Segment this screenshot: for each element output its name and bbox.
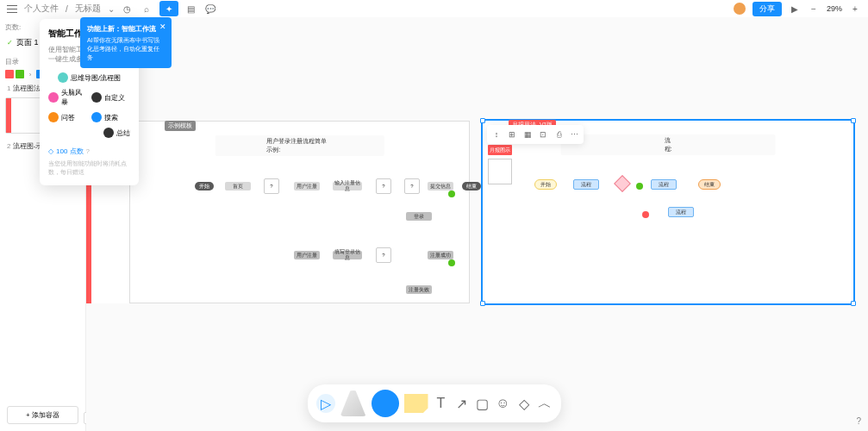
node[interactable]: 用户注册	[294, 251, 320, 259]
pen-tool[interactable]	[340, 390, 366, 416]
present-icon[interactable]: ▶	[789, 3, 801, 15]
shape-tool[interactable]: ◇	[516, 396, 532, 411]
grid-icon[interactable]: ⊞	[506, 128, 518, 141]
node-decision[interactable]: ?	[376, 247, 391, 263]
node[interactable]: 流程	[668, 207, 694, 217]
node-end[interactable]: 结束	[698, 179, 721, 190]
chip-summary[interactable]: 总结	[91, 128, 131, 138]
ai-button[interactable]: ✦	[159, 1, 178, 16]
handle[interactable]	[851, 118, 856, 123]
expand-tool[interactable]: ︿	[537, 396, 553, 411]
frame-tool[interactable]: ▢	[475, 396, 490, 411]
badge-no	[642, 211, 649, 218]
node[interactable]: 注册失败	[406, 285, 432, 294]
points[interactable]: ◇100 点数?	[48, 147, 130, 156]
node[interactable]: 登录	[406, 212, 432, 221]
share-button[interactable]: 分享	[752, 2, 782, 16]
chip-qa[interactable]: 问答	[48, 112, 88, 122]
node[interactable]: 输入注册信息	[333, 182, 362, 191]
breadcrumb-folder[interactable]: 个人文件	[24, 3, 59, 15]
node[interactable]: 用户注册	[294, 182, 320, 191]
add-container-button[interactable]: + 添加容器	[7, 406, 78, 424]
emoji-tool[interactable]: ☺	[496, 396, 511, 411]
node[interactable]: 首页	[225, 182, 251, 191]
node-decision[interactable]: ?	[376, 178, 391, 194]
shape-circle[interactable]	[372, 390, 399, 417]
chip-search[interactable]: 搜索	[91, 112, 131, 122]
feature-tip: ✕ 功能上新：智能工作流 AI帮你在无限画布中书写强化思考路径，自动化重复任务	[80, 17, 172, 68]
node-end[interactable]: 结束	[462, 182, 481, 191]
page-label: 页面 1	[16, 37, 39, 48]
page-icon[interactable]: ▤	[185, 3, 197, 15]
layout-icon[interactable]: ▦	[521, 128, 534, 141]
sub-tag: 月报图示	[488, 145, 512, 155]
zoom-in[interactable]: +	[849, 3, 861, 15]
sticky-note[interactable]	[404, 394, 428, 413]
breadcrumb-file[interactable]: 无标题	[75, 3, 101, 15]
zoom-level[interactable]: 29%	[827, 4, 842, 13]
canvas[interactable]: 示例模板 用户登录注册流程简单示例: 开始 首页 ? 用户注册 输入注册信息 ?…	[86, 17, 868, 431]
node[interactable]: 提交信息	[428, 182, 453, 191]
chip-brainstorm[interactable]: 头脑风暴	[48, 88, 88, 107]
text-tool[interactable]: T	[434, 396, 449, 411]
color-more[interactable]: ›	[26, 70, 34, 78]
node[interactable]: 流程	[651, 179, 677, 190]
close-icon[interactable]: ✕	[159, 22, 166, 31]
node-decision[interactable]: ?	[404, 178, 420, 194]
node-start[interactable]: 开始	[534, 179, 557, 190]
chip-mindmap[interactable]: 思维导图/流程图	[48, 72, 130, 83]
color-green[interactable]	[16, 70, 24, 78]
history-icon[interactable]: ◷	[122, 3, 134, 15]
menu-button[interactable]	[7, 3, 17, 14]
frame-tag: 示例模板	[165, 121, 196, 131]
bottom-dock: ▷ T ↗ ▢ ☺ ◇ ︿	[308, 384, 561, 422]
badge	[448, 191, 455, 197]
chip-custom[interactable]: 自定义	[91, 88, 131, 107]
handle[interactable]	[480, 301, 485, 306]
selection-toolbar: ↕ ⊞ ▦ ⊡ ⎙ ⋯	[487, 125, 584, 144]
check-icon: ✓	[7, 39, 13, 47]
frame-icon[interactable]: ⊡	[537, 128, 549, 141]
node[interactable]: 流程	[573, 179, 599, 190]
arrow-tool[interactable]: ↗	[454, 396, 470, 411]
handle[interactable]	[851, 301, 856, 306]
points-fine: 当您使用智能功能时将消耗点数，每日赠送	[48, 159, 130, 177]
avatar[interactable]	[734, 3, 746, 15]
handle[interactable]	[480, 118, 485, 123]
align-icon[interactable]: ↕	[490, 128, 503, 141]
zoom-out[interactable]: −	[808, 3, 820, 15]
comment-icon[interactable]: 💬	[204, 3, 216, 15]
frame-title: 用户登录注册流程简单示例:	[215, 135, 384, 156]
node[interactable]: 填写登录信息	[333, 251, 362, 259]
breadcrumb-sep: /	[66, 4, 68, 14]
tip-title: 功能上新：智能工作流	[87, 24, 165, 34]
tip-body: AI帮你在无限画布中书写强化思考路径，自动化重复任务	[87, 36, 165, 61]
node[interactable]: 注册成功	[428, 251, 453, 259]
help-button[interactable]: ?	[856, 416, 861, 426]
frame-3-selected[interactable]: 月报思法_V1版 流程: 月报图示 开始 流程 流程 结束 流程	[483, 121, 853, 303]
node-start[interactable]: 开始	[195, 182, 214, 191]
search-icon[interactable]: ⌕	[141, 3, 153, 15]
badge-yes	[636, 183, 643, 190]
export-icon[interactable]: ⎙	[553, 128, 565, 141]
node-decision[interactable]: ?	[264, 178, 279, 194]
pages-label: 页数:	[5, 22, 21, 32]
node-decision[interactable]	[614, 175, 631, 192]
frame-2[interactable]: 示例模板 用户登录注册流程简单示例: 开始 首页 ? 用户注册 输入注册信息 ?…	[129, 121, 470, 303]
color-red[interactable]	[5, 70, 14, 78]
frame-title: 流程:	[561, 134, 776, 155]
chevron-down-icon[interactable]: ⌄	[108, 4, 115, 14]
badge	[448, 259, 455, 266]
more-icon[interactable]: ⋯	[568, 128, 580, 141]
play-button[interactable]: ▷	[316, 394, 335, 413]
mini-frame[interactable]	[488, 159, 512, 184]
